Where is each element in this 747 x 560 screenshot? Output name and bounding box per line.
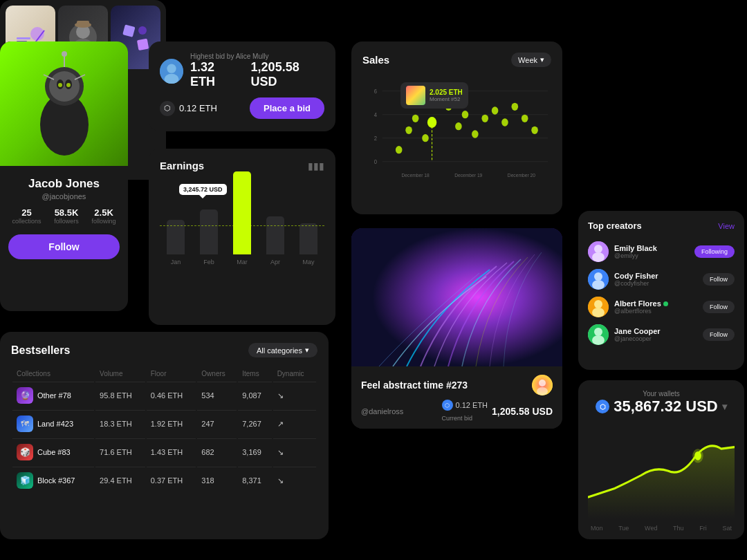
bestsellers-filter[interactable]: All categories ▾ (248, 343, 317, 357)
row-volume-1: 95.8 ETH (95, 382, 145, 409)
svg-point-37 (512, 103, 519, 111)
follow-button-cody[interactable]: Follow (703, 273, 735, 286)
row-floor-4: 0.37 ETH (147, 467, 196, 494)
svg-text:December 18: December 18 (402, 172, 430, 179)
creator-row-emily: Emily Black @emilyy Following (588, 238, 735, 265)
creator-handle-emily: @emilyy (614, 252, 657, 259)
sales-card: Sales Week ▾ 6 4 2 0 December 18 Decembe… (351, 41, 562, 214)
row-volume-4: 29.4 ETH (95, 467, 145, 494)
svg-point-66 (594, 245, 602, 253)
wallet-eth-icon: ⬡ (596, 400, 609, 413)
svg-point-70 (592, 280, 605, 290)
earnings-title: Earnings (160, 160, 204, 171)
creator-avatar-emily (588, 241, 609, 262)
bar-mar: Mar (229, 171, 255, 265)
sales-header: Sales Week ▾ (362, 53, 551, 67)
row-floor-1: 0.46 ETH (147, 382, 196, 409)
row-name-3: Cube #83 (37, 448, 71, 456)
chevron-down-icon: ▾ (540, 55, 544, 64)
svg-text:4: 4 (374, 111, 378, 118)
art-bid-label: Current bid (442, 415, 473, 422)
row-floor-2: 1.92 ETH (147, 410, 196, 437)
bestsellers-header: Bestsellers All categories ▾ (11, 343, 317, 357)
filter-chevron-icon: ▾ (305, 346, 309, 355)
follow-button[interactable]: Follow (8, 234, 120, 259)
row-floor-3: 1.43 ETH (147, 438, 196, 465)
profile-name: Jacob Jones (8, 177, 120, 191)
earnings-chart-icon: ▮▮▮ (308, 160, 324, 171)
table-row: 🧊 Block #367 29.4 ETH 0.37 ETH 318 8,371… (12, 467, 316, 494)
earnings-tooltip: 3,245.72 USD (179, 184, 227, 195)
svg-point-4 (62, 51, 67, 57)
bid-header: Highest bid by Alice Mully 1.32 ETH 1,20… (160, 53, 324, 89)
sales-chart: 6 4 2 0 December 18 December 19 December… (362, 75, 551, 193)
creator-avatar-albert (588, 297, 609, 317)
earnings-chart: 3,245.72 USD Jan Feb Mar Apr (160, 183, 324, 293)
svg-point-75 (594, 328, 602, 336)
svg-point-26 (405, 127, 412, 134)
svg-rect-47 (17, 37, 30, 39)
bid-avatar (160, 59, 183, 84)
svg-point-9 (58, 83, 62, 87)
creator-avatar-cody (588, 269, 609, 290)
svg-rect-56 (137, 39, 149, 50)
follow-button-albert[interactable]: Follow (703, 301, 735, 313)
profile-background (0, 41, 128, 166)
svg-rect-55 (122, 24, 135, 37)
svg-point-27 (412, 115, 419, 122)
creator-handle-cody: @codyfisher (614, 280, 658, 287)
svg-point-32 (462, 111, 469, 118)
col-floor: Floor (147, 367, 196, 380)
col-items: Items (238, 367, 271, 380)
row-name-2: Land #423 (37, 420, 73, 428)
stat-collections-value: 25 (12, 207, 41, 218)
bar-may: May (295, 223, 322, 265)
art-creator-avatar (532, 375, 553, 395)
svg-point-25 (396, 146, 403, 153)
bid-current-eth: ⬡ 0.12 ETH (160, 101, 217, 116)
svg-point-69 (594, 272, 602, 281)
svg-text:0: 0 (374, 158, 378, 165)
bestsellers-card: Bestsellers All categories ▾ Collections… (0, 332, 329, 539)
profile-info: Jacob Jones @jacobjones (0, 166, 128, 200)
sales-tooltip-image (406, 86, 425, 105)
svg-point-33 (472, 130, 479, 138)
bid-usd-amount: 1,205.58 USD (251, 60, 324, 89)
svg-point-35 (492, 106, 499, 114)
row-volume-3: 71.6 ETH (95, 438, 145, 465)
stat-followers-value: 58.5K (54, 207, 79, 218)
week-selector[interactable]: Week ▾ (511, 53, 551, 67)
table-row: 🔮 Other #78 95.8 ETH 0.46 ETH 534 9,087 … (12, 382, 316, 409)
row-name-4: Block #367 (37, 476, 75, 485)
creators-view-link[interactable]: View (718, 222, 735, 230)
art-info: Feel abstract time #273 @danielross (351, 366, 562, 429)
bar-feb: Feb (196, 209, 222, 265)
earnings-card: Earnings ▮▮▮ 3,245.72 USD Jan Feb Mar (149, 149, 335, 325)
row-icon-3: 🎲 (17, 444, 33, 460)
bar-apr: Apr (262, 216, 288, 265)
svg-point-45 (537, 387, 548, 395)
creator-name-emily: Emily Black (614, 244, 657, 252)
col-owners: Owners (197, 367, 237, 380)
profile-art-figure (23, 48, 106, 159)
bestsellers-table: Collections Volume Floor Owners Items Dy… (11, 366, 317, 495)
art-bid-eth: 0.12 ETH (456, 401, 488, 409)
following-button-emily[interactable]: Following (694, 245, 735, 258)
place-bid-button[interactable]: Place a bid (250, 97, 324, 119)
col-collections: Collections (12, 367, 94, 380)
stat-collections: 25 collections (12, 207, 41, 225)
creator-name-jane: Jane Cooper (614, 327, 661, 335)
svg-point-31 (455, 122, 462, 130)
row-trend-4: ↘ (273, 467, 316, 494)
follow-button-jane[interactable]: Follow (703, 328, 735, 341)
svg-point-38 (522, 115, 528, 122)
creator-row-cody: Cody Fisher @codyfisher Follow (588, 265, 735, 293)
bid-label: Highest bid by Alice Mully (190, 53, 324, 60)
stat-following-label: following (92, 218, 116, 225)
svg-point-12 (167, 64, 176, 73)
wallet-label: Your wallets (588, 390, 735, 398)
svg-point-57 (138, 26, 147, 35)
bid-card: Highest bid by Alice Mully 1.32 ETH 1,20… (149, 41, 335, 131)
row-items-4: 8,371 (238, 467, 271, 494)
profile-stats: 25 collections 58.5K followers 2.5K foll… (0, 200, 128, 232)
